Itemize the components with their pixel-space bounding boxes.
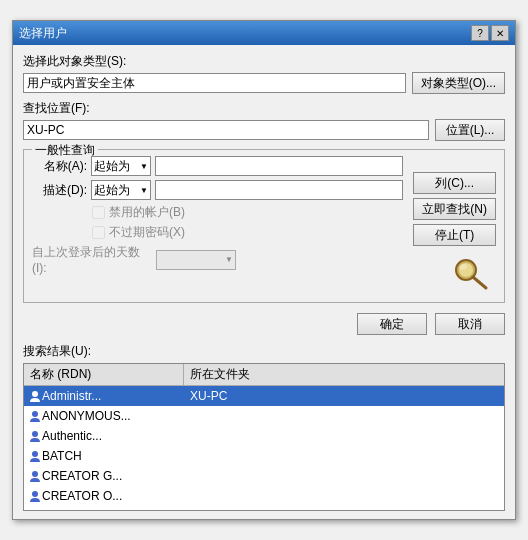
desc-combo-arrow: ▼	[140, 186, 148, 195]
row-name: Authentic...	[42, 429, 102, 443]
row-name: CREATOR G...	[42, 469, 122, 483]
table-row[interactable]: BATCH	[24, 446, 504, 466]
dialog-body: 选择此对象类型(S): 对象类型(O)... 查找位置(F): 位置(L)...…	[13, 45, 515, 519]
col-button[interactable]: 列(C)...	[413, 172, 496, 194]
ok-cancel-row: 确定 取消	[23, 313, 505, 335]
svg-rect-16	[28, 509, 42, 511]
name-input[interactable]	[155, 156, 403, 176]
name-row: 名称(A): 起始为 ▼	[32, 156, 403, 176]
location-button[interactable]: 位置(L)...	[435, 119, 505, 141]
search-magnifier-icon	[448, 254, 496, 294]
stop-button[interactable]: 停止(T)	[413, 224, 496, 246]
disabled-account-checkbox[interactable]	[92, 206, 105, 219]
user-icon	[28, 489, 42, 503]
results-section: 搜索结果(U): 名称 (RDN) 所在文件夹 Administr...XU-P…	[23, 343, 505, 511]
object-type-button[interactable]: 对象类型(O)...	[412, 72, 505, 94]
table-header: 名称 (RDN) 所在文件夹	[24, 364, 504, 386]
general-query-box: 一般性查询 名称(A): 起始为 ▼ 描述(D):	[23, 149, 505, 303]
table-row[interactable]: CREATOR O...	[24, 486, 504, 506]
row-name: ANONYMOUS...	[42, 409, 131, 423]
table-row[interactable]: Authentic...	[24, 426, 504, 446]
checkbox2-row: 不过期密码(X)	[92, 224, 403, 241]
row-folder	[184, 475, 504, 477]
table-body: Administr...XU-PCANONYMOUS...Authentic..…	[24, 386, 504, 511]
search-now-button[interactable]: 立即查找(N)	[413, 198, 496, 220]
desc-label: 描述(D):	[32, 182, 87, 199]
object-type-field[interactable]	[23, 73, 406, 93]
results-table[interactable]: 名称 (RDN) 所在文件夹 Administr...XU-PCANONYMOU…	[23, 363, 505, 511]
object-type-label: 选择此对象类型(S):	[23, 53, 505, 70]
svg-point-13	[32, 471, 38, 477]
svg-point-9	[32, 431, 38, 437]
title-buttons: ? ✕	[471, 25, 509, 41]
ok-button[interactable]: 确定	[357, 313, 427, 335]
object-type-row: 对象类型(O)...	[23, 72, 505, 94]
user-icon	[28, 389, 42, 403]
table-row[interactable]: CREATOR G...	[24, 466, 504, 486]
date-label: 自上次登录后的天数(I):	[32, 244, 152, 275]
row-name: Administr...	[42, 389, 101, 403]
desc-row: 描述(D): 起始为 ▼	[32, 180, 403, 200]
select-user-dialog: 选择用户 ? ✕ 选择此对象类型(S): 对象类型(O)... 查找位置(F):…	[12, 20, 516, 520]
row-name: DIALUP	[42, 509, 85, 511]
name-label: 名称(A):	[32, 158, 87, 175]
user-icon	[28, 469, 42, 483]
help-button[interactable]: ?	[471, 25, 489, 41]
date-row: 自上次登录后的天数(I): ▼	[32, 244, 403, 275]
table-row[interactable]: DIALUP	[24, 506, 504, 511]
location-row: 位置(L)...	[23, 119, 505, 141]
results-label: 搜索结果(U):	[23, 343, 505, 360]
col-folder-header: 所在文件夹	[184, 364, 504, 385]
user-icon	[28, 409, 42, 423]
no-expire-password-checkbox[interactable]	[92, 226, 105, 239]
group-left: 名称(A): 起始为 ▼ 描述(D): 起始为 ▼	[32, 156, 403, 294]
name-combo[interactable]: 起始为 ▼	[91, 156, 151, 176]
location-label: 查找位置(F):	[23, 100, 505, 117]
row-name: BATCH	[42, 449, 82, 463]
row-folder: XU-PC	[184, 388, 504, 404]
row-folder	[184, 455, 504, 457]
row-folder	[184, 495, 504, 497]
title-bar: 选择用户 ? ✕	[13, 21, 515, 45]
row-folder	[184, 415, 504, 417]
user-icon	[28, 449, 42, 463]
object-type-section: 选择此对象类型(S): 对象类型(O)...	[23, 53, 505, 94]
location-field[interactable]	[23, 120, 429, 140]
user-icon	[28, 429, 42, 443]
checkbox1-label: 禁用的帐户(B)	[109, 204, 185, 221]
col-name-header: 名称 (RDN)	[24, 364, 184, 385]
checkbox1-row: 禁用的帐户(B)	[92, 204, 403, 221]
user-icon	[28, 509, 42, 511]
dialog-title: 选择用户	[19, 25, 67, 42]
date-combo-arrow: ▼	[225, 255, 233, 264]
group-content: 名称(A): 起始为 ▼ 描述(D): 起始为 ▼	[32, 156, 496, 294]
row-folder	[184, 435, 504, 437]
checkbox2-label: 不过期密码(X)	[109, 224, 185, 241]
date-combo[interactable]: ▼	[156, 250, 236, 270]
right-buttons: 列(C)... 立即查找(N) 停止(T)	[413, 172, 496, 294]
name-combo-arrow: ▼	[140, 162, 148, 171]
svg-point-15	[32, 491, 38, 497]
location-section: 查找位置(F): 位置(L)...	[23, 100, 505, 141]
table-row[interactable]: Administr...XU-PC	[24, 386, 504, 406]
desc-combo[interactable]: 起始为 ▼	[91, 180, 151, 200]
svg-point-11	[32, 451, 38, 457]
group-query-title: 一般性查询	[32, 142, 98, 159]
table-row[interactable]: ANONYMOUS...	[24, 406, 504, 426]
cancel-button[interactable]: 取消	[435, 313, 505, 335]
close-button[interactable]: ✕	[491, 25, 509, 41]
svg-point-7	[32, 411, 38, 417]
svg-point-5	[32, 391, 38, 397]
row-name: CREATOR O...	[42, 489, 122, 503]
desc-input[interactable]	[155, 180, 403, 200]
svg-line-2	[473, 277, 486, 288]
